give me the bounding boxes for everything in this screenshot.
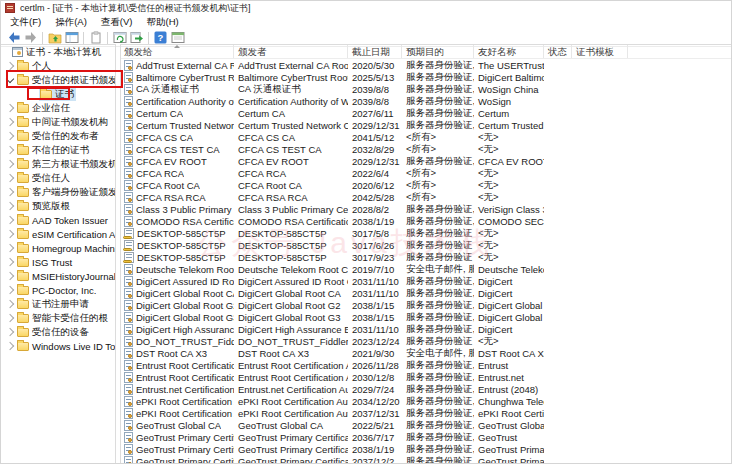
chevron-right-icon[interactable] — [6, 201, 14, 209]
menu-item[interactable]: 文件(F) — [3, 16, 48, 29]
help-window-icon[interactable] — [169, 31, 186, 45]
chevron-right-icon[interactable] — [6, 229, 14, 237]
menu-item[interactable]: 操作(A) — [48, 16, 94, 29]
properties-icon[interactable] — [87, 31, 104, 45]
tree-item-6[interactable]: 受信任的发布者 — [1, 129, 115, 143]
certificate-row[interactable]: DigiCert High Assurance EV ...DigiCert H… — [121, 323, 731, 335]
certificate-row[interactable]: DESKTOP-585CT5PDESKTOP-585CT5P3017/9/23服… — [121, 251, 731, 263]
certificate-row[interactable]: Entrust Root Certification Au...Entrust … — [121, 371, 731, 383]
certificate-row[interactable]: Class 3 Public Primary Certifi...Class 3… — [121, 203, 731, 215]
certificate-row[interactable]: AddTrust External CA RootAddTrust Extern… — [121, 59, 731, 71]
column-header-status[interactable]: 状态 — [544, 45, 572, 58]
chevron-right-icon[interactable] — [6, 285, 14, 293]
cell-issued-by: Entrust.net Certification Author... — [234, 384, 348, 395]
certificate-row[interactable]: DESKTOP-585CT5PDESKTOP-585CT5P3017/5/8服务… — [121, 227, 731, 239]
tree-item-1[interactable]: 个人 — [1, 59, 115, 73]
certificate-row[interactable]: DigiCert Global Root G3DigiCert Global R… — [121, 311, 731, 323]
certificate-row[interactable]: CFCA EV ROOTCFCA EV ROOT2029/12/31服务器身份验… — [121, 155, 731, 167]
certificate-row[interactable]: Certum Trusted Network CACertum Trusted … — [121, 119, 731, 131]
chevron-right-icon[interactable] — [6, 159, 14, 167]
chevron-right-icon[interactable] — [6, 131, 14, 139]
certificate-row[interactable]: Certification Authority of Wo...Certific… — [121, 95, 731, 107]
chevron-right-icon[interactable] — [6, 117, 14, 125]
certificate-row[interactable]: DESKTOP-585CT5PDESKTOP-585CT5P3017/6/26服… — [121, 239, 731, 251]
column-header-certificate-template[interactable]: 证书模板 — [572, 45, 628, 58]
certificate-row[interactable]: Deutsche Telekom Root CA 2Deutsche Telek… — [121, 263, 731, 275]
tree-item-8[interactable]: 第三方根证书颁发机构 — [1, 157, 115, 171]
tree-item-20[interactable]: 受信任的设备 — [1, 325, 115, 339]
tree-item-11[interactable]: 预览版根 — [1, 199, 115, 213]
certificate-row[interactable]: DigiCert Global Root G2DigiCert Global R… — [121, 299, 731, 311]
help-icon[interactable]: ? — [152, 31, 169, 45]
certificate-row[interactable]: ePKI Root Certification Auth...ePKI Root… — [121, 395, 731, 407]
chevron-right-icon[interactable] — [6, 313, 14, 321]
tree-item-3[interactable]: 证书 — [1, 87, 115, 101]
back-icon[interactable] — [5, 31, 22, 45]
chevron-right-icon[interactable] — [6, 341, 14, 349]
certificate-row[interactable]: GeoTrust Primary Certificatio...GeoTrust… — [121, 443, 731, 455]
certificate-row[interactable]: Entrust Root Certification Au...Entrust … — [121, 359, 731, 371]
chevron-right-icon[interactable] — [6, 327, 14, 335]
cell-friendly-name: ePKI Root Certific... — [474, 408, 544, 419]
certificate-row[interactable]: DST Root CA X3DST Root CA X32021/9/30安全电… — [121, 347, 731, 359]
tree-item-5[interactable]: 中间证书颁发机构 — [1, 115, 115, 129]
chevron-right-icon[interactable] — [6, 173, 14, 181]
chevron-right-icon[interactable] — [6, 187, 14, 195]
chevron-right-icon[interactable] — [6, 145, 14, 153]
certificate-row[interactable]: CFCA Root CACFCA Root CA2020/6/12<所有><无> — [121, 179, 731, 191]
column-header-intended-purposes[interactable]: 预期目的 — [402, 45, 474, 58]
tree-item-9[interactable]: 受信任人 — [1, 171, 115, 185]
column-header-issued-by[interactable]: 颁发者 — [234, 45, 348, 58]
chevron-right-icon[interactable] — [6, 215, 14, 223]
chevron-right-icon[interactable] — [6, 271, 14, 279]
tree-item-2[interactable]: 受信任的根证书颁发机构 — [1, 73, 115, 87]
tree-item-19[interactable]: 智能卡受信任的根 — [1, 311, 115, 325]
certificate-row[interactable]: GeoTrust Global CAGeoTrust Global CA2022… — [121, 419, 731, 431]
chevron-right-icon[interactable] — [6, 103, 14, 111]
certificate-row[interactable]: CFCA RCACFCA RCA2022/6/4<所有><无> — [121, 167, 731, 179]
tree-item-17[interactable]: PC-Doctor, Inc. — [1, 283, 115, 297]
menu-item[interactable]: 帮助(H) — [139, 16, 185, 29]
certificate-icon — [124, 384, 133, 395]
up-one-level-icon[interactable] — [46, 31, 63, 45]
column-header-friendly-name[interactable]: 友好名称 — [474, 45, 544, 58]
chevron-right-icon[interactable] — [6, 243, 14, 251]
chevron-right-icon[interactable] — [6, 257, 14, 265]
chevron-right-icon[interactable] — [6, 299, 14, 307]
show-console-tree-icon[interactable] — [63, 31, 80, 45]
certificate-row[interactable]: Entrust.net Certification Auth...Entrust… — [121, 383, 731, 395]
certificate-row[interactable]: Baltimore CyberTrust RootBaltimore Cyber… — [121, 71, 731, 83]
tree-item-18[interactable]: 证书注册申请 — [1, 297, 115, 311]
certificate-row[interactable]: CA 沃通根证书CA 沃通根证书2039/8/8服务器身份验证, 客...WoS… — [121, 83, 731, 95]
menu-item[interactable]: 查看(V) — [94, 16, 140, 29]
tree-item-7[interactable]: 不信任的证书 — [1, 143, 115, 157]
export-list-icon[interactable] — [128, 31, 145, 45]
tree-item-14[interactable]: Homegroup Machine Cert — [1, 241, 115, 255]
certificate-row[interactable]: DO_NOT_TRUST_FiddlerRootDO_NOT_TRUST_Fid… — [121, 335, 731, 347]
tree-item-4[interactable]: 企业信任 — [1, 101, 115, 115]
tree-item-10[interactable]: 客户端身份验证颁发者 — [1, 185, 115, 199]
refresh-icon[interactable] — [111, 31, 128, 45]
column-header-expiration-date[interactable]: 截止日期 — [348, 45, 402, 58]
tree-item-15[interactable]: ISG Trust — [1, 255, 115, 269]
certificate-row[interactable]: GeoTrust Primary Certificatio...GeoTrust… — [121, 455, 731, 463]
certificate-row[interactable]: CFCA CS TEST CACFCA CS TEST CA2032/8/29<… — [121, 143, 731, 155]
certificate-row[interactable]: CFCA RSA RCACFCA RSA RCA2042/5/28<所有><无> — [121, 191, 731, 203]
tree-item-21[interactable]: Windows Live ID Token Iss — [1, 339, 115, 353]
certificate-row[interactable]: COMODO RSA Certification ...COMODO RSA C… — [121, 215, 731, 227]
tree-item-root[interactable]: 证书 - 本地计算机 — [1, 45, 115, 59]
certificate-row[interactable]: GeoTrust Primary Certificatio...GeoTrust… — [121, 431, 731, 443]
chevron-right-icon[interactable] — [6, 61, 14, 69]
tree-item-13[interactable]: eSIM Certification Authorit — [1, 227, 115, 241]
certificate-row[interactable]: DigiCert Assured ID Root CADigiCert Assu… — [121, 275, 731, 287]
tree-item-12[interactable]: AAD Token Issuer — [1, 213, 115, 227]
forward-icon[interactable] — [22, 31, 39, 45]
column-header-issued-to[interactable]: 颁发给 — [121, 45, 234, 58]
certificate-row[interactable]: CFCA CS CACFCA CS CA2041/5/12<所有><无> — [121, 131, 731, 143]
certificate-row[interactable]: Certum CACertum CA2027/6/11服务器身份验证, 客...… — [121, 107, 731, 119]
folder-icon — [17, 300, 29, 309]
chevron-down-icon[interactable] — [6, 75, 14, 83]
certificate-row[interactable]: ePKI Root Certification Auth...ePKI Root… — [121, 407, 731, 419]
certificate-row[interactable]: DigiCert Global Root CADigiCert Global R… — [121, 287, 731, 299]
tree-item-16[interactable]: MSIEHistoryJournal — [1, 269, 115, 283]
